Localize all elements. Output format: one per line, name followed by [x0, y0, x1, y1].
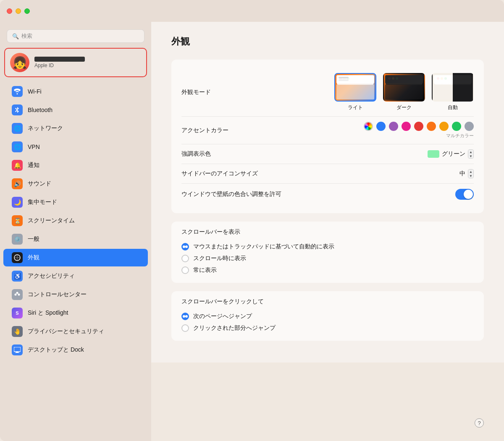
svg-rect-5 [16, 352, 18, 352]
appearance-auto-option[interactable]: 自動 [432, 73, 474, 111]
search-placeholder: 検索 [21, 32, 32, 40]
close-button[interactable] [7, 8, 12, 14]
fullscreen-button[interactable] [24, 8, 30, 14]
stepper-up-icon[interactable]: ▲ [468, 150, 473, 154]
sidebar-item-controlcenter-label: コントロールセンター [28, 291, 87, 298]
appearance-auto-label: 自動 [448, 104, 458, 111]
scrollbar-auto-option[interactable]: マウスまたはトラックパッドに基づいて自動的に表示 [181, 241, 474, 253]
sidebar-item-accessibility-label: アクセシビリティ [28, 272, 75, 280]
scrollbar-show-section: スクロールバーを表示 マウスまたはトラックパッドに基づいて自動的に表示 スクロー… [171, 222, 484, 283]
scrollbar-nextpage-radio[interactable] [181, 313, 189, 320]
accent-pink[interactable] [402, 122, 411, 131]
sidebar-item-wifi[interactable]: Wi-Fi [3, 83, 148, 100]
scrollbar-position-option[interactable]: クリックされた部分へジャンプ [181, 322, 474, 334]
focus-icon: 🌙 [12, 197, 23, 208]
sidebar-icon-size-stepper[interactable]: ▲ ▼ [468, 169, 474, 178]
search-icon: 🔍 [12, 33, 19, 39]
sidebar-item-screentime-label: スクリーンタイム [28, 217, 75, 224]
scrollbar-click-section: スクロールバーをクリックして 次のページへジャンプ クリックされた部分へジャンプ [171, 291, 484, 341]
minimize-button[interactable] [16, 8, 21, 14]
sidebar-item-appearance[interactable]: 外観 [3, 249, 148, 266]
scrollbar-always-label: 常に表示 [193, 266, 217, 274]
stepper-down-icon[interactable]: ▼ [468, 154, 473, 158]
scrollbar-position-radio[interactable] [181, 324, 189, 332]
scrollbar-position-label: クリックされた部分へジャンプ [193, 324, 276, 332]
appearance-dark-thumbnail [383, 73, 425, 102]
main-wrapper: 外観 外観モード [151, 22, 504, 441]
accent-yellow[interactable] [439, 122, 449, 131]
accent-purple[interactable] [389, 122, 398, 131]
emphasis-value: グリーン [442, 150, 465, 158]
sidebar-stepper-down-icon[interactable]: ▼ [468, 174, 473, 178]
accent-orange[interactable] [427, 122, 436, 131]
sidebar-item-focus[interactable]: 🌙 集中モード [3, 193, 148, 211]
accent-blue[interactable] [376, 122, 386, 131]
accent-colors: マルチカラー [364, 122, 474, 139]
sidebar-item-bluetooth[interactable]: Bluetooth [3, 101, 148, 119]
emphasis-color-label: 強調表示色 [181, 150, 211, 158]
network-icon: 🌐 [12, 123, 23, 134]
accent-current-label: マルチカラー [446, 133, 474, 139]
sidebar-stepper-up-icon[interactable]: ▲ [468, 170, 473, 174]
svg-rect-6 [15, 352, 19, 353]
sidebar-item-network[interactable]: 🌐 ネットワーク [3, 120, 148, 137]
search-container: 🔍 検索 [0, 27, 151, 48]
appearance-dark-label: ダーク [396, 104, 412, 111]
sidebar-item-bluetooth-label: Bluetooth [28, 107, 52, 113]
general-icon: ⚙️ [12, 234, 23, 245]
scrollbar-scroll-option[interactable]: スクロール時に表示 [181, 253, 474, 264]
sidebar-item-sound-label: サウンド [28, 180, 51, 188]
titlebar [0, 0, 504, 22]
sidebar-item-notification[interactable]: 🔔 通知 [3, 157, 148, 174]
accent-color-row: アクセントカラー [181, 116, 474, 144]
sidebar-icon-size-control: 中 ▲ ▼ [459, 169, 474, 178]
wallpaper-tinting-label: ウインドウで壁紙の色合い調整を許可 [181, 190, 281, 198]
appearance-light-option[interactable]: ライト [334, 73, 376, 111]
appearance-auto-thumbnail [432, 73, 474, 102]
sidebar-item-notification-label: 通知 [28, 162, 39, 169]
wallpaper-tinting-toggle[interactable] [455, 189, 474, 200]
sidebar-item-siri[interactable]: S Siri と Spotlight [3, 304, 148, 322]
scrollbar-scroll-radio[interactable] [181, 255, 189, 262]
scrollbar-auto-radio[interactable] [181, 243, 189, 251]
accent-green[interactable] [452, 122, 461, 131]
window-content: 🔍 検索 👧 Apple ID Wi-Fi [0, 22, 504, 441]
wifi-icon [12, 86, 23, 97]
sidebar-item-accessibility[interactable]: ♿ アクセシビリティ [3, 267, 148, 285]
scrollbar-scroll-label: スクロール時に表示 [193, 255, 246, 262]
sidebar: 🔍 検索 👧 Apple ID Wi-Fi [0, 22, 151, 441]
accent-graphite[interactable] [465, 122, 474, 131]
apple-id-name-redacted [34, 57, 85, 62]
vpn-icon: 🌐 [12, 141, 23, 152]
sidebar-item-general[interactable]: ⚙️ 一般 [3, 230, 148, 248]
sidebar-item-screentime[interactable]: ⏳ スクリーンタイム [3, 212, 148, 230]
accent-red[interactable] [414, 122, 423, 131]
emphasis-stepper[interactable]: ▲ ▼ [468, 149, 474, 159]
help-button[interactable]: ? [475, 418, 484, 428]
wallpaper-tinting-row: ウインドウで壁紙の色合い調整を許可 [181, 183, 474, 205]
scrollbar-auto-label: マウスまたはトラックパッドに基づいて自動的に表示 [193, 243, 334, 251]
search-box[interactable]: 🔍 検索 [7, 29, 144, 43]
apple-id-section[interactable]: 👧 Apple ID [4, 48, 147, 77]
emphasis-color-row: 強調表示色 グリーン ▲ ▼ [181, 144, 474, 164]
scrollbar-always-option[interactable]: 常に表示 [181, 264, 474, 276]
sidebar-item-desktop[interactable]: デスクトップと Dock [3, 341, 148, 359]
sidebar-item-network-label: ネットワーク [28, 125, 63, 132]
sidebar-item-privacy[interactable]: 🤚 プライバシーとセキュリティ [3, 323, 148, 340]
appearance-dark-option[interactable]: ダーク [383, 73, 425, 111]
sidebar-icon-size-label: サイドバーのアイコンサイズ [181, 170, 258, 177]
accent-multicolor[interactable] [364, 122, 373, 131]
sidebar-item-controlcenter[interactable]: コントロールセンター [3, 286, 148, 303]
svg-point-1 [15, 294, 17, 296]
page-title: 外観 [171, 35, 484, 48]
emphasis-swatch [428, 150, 439, 158]
scrollbar-show-title: スクロールバーを表示 [181, 228, 474, 236]
apple-id-info: Apple ID [34, 57, 85, 68]
sidebar-item-sound[interactable]: 🔊 サウンド [3, 175, 148, 193]
appearance-icon [12, 252, 23, 263]
scrollbar-nextpage-option[interactable]: 次のページへジャンプ [181, 311, 474, 322]
appearance-modes: ライト [334, 73, 474, 111]
scrollbar-always-radio[interactable] [181, 266, 189, 274]
appearance-mode-row: 外観モード [181, 68, 474, 116]
sidebar-item-vpn[interactable]: 🌐 VPN [3, 138, 148, 156]
